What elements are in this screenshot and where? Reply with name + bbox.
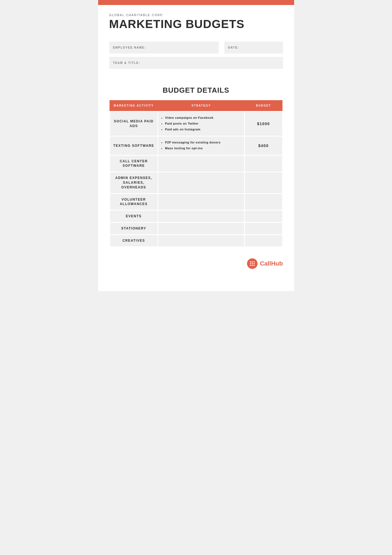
form-row-1: EMPLOYEE NAME: DATE: bbox=[109, 42, 283, 54]
svg-rect-3 bbox=[250, 263, 251, 264]
svg-rect-0 bbox=[250, 261, 251, 262]
activity-cell: Events bbox=[110, 210, 158, 223]
activity-cell: Social media paid ads bbox=[110, 112, 158, 136]
date-label: DATE: bbox=[228, 46, 239, 49]
table-header-row: MARKETING ACTIVITY STRATEGY BUDGET bbox=[110, 100, 282, 112]
budget-details-section: BUDGET DETAILS MARKETING ACTIVITY STRATE… bbox=[98, 78, 294, 250]
callhub-logo: CallHub bbox=[247, 258, 283, 269]
table-row: Volunteer allowances bbox=[110, 193, 282, 210]
callhub-icon bbox=[247, 258, 258, 269]
svg-rect-8 bbox=[254, 265, 255, 266]
budget-cell: $1000 bbox=[245, 112, 282, 136]
table-row: Call center software bbox=[110, 155, 282, 172]
budget-cell bbox=[245, 234, 282, 247]
strategy-cell bbox=[158, 172, 245, 193]
header-section: GLOBAL CHARITABLE CORP. MARKETING BUDGET… bbox=[98, 5, 294, 36]
employee-name-label: EMPLOYEE NAME: bbox=[113, 46, 146, 49]
svg-rect-7 bbox=[252, 265, 253, 266]
strategy-cell: P2P messaging for existing donorsMass te… bbox=[158, 136, 245, 155]
employee-name-field[interactable]: EMPLOYEE NAME: bbox=[109, 42, 219, 54]
svg-rect-1 bbox=[252, 261, 253, 262]
table-row: Stationery bbox=[110, 223, 282, 235]
activity-cell: Admin expenses, salaries, overheads bbox=[110, 172, 158, 193]
page: GLOBAL CHARITABLE CORP. MARKETING BUDGET… bbox=[98, 0, 294, 291]
svg-rect-5 bbox=[254, 263, 255, 264]
table-row: Social media paid adsVideo campaigns on … bbox=[110, 112, 282, 136]
budget-cell bbox=[245, 193, 282, 210]
header-activity: MARKETING ACTIVITY bbox=[110, 100, 158, 112]
strategy-cell bbox=[158, 155, 245, 172]
callhub-logo-icon bbox=[249, 261, 255, 267]
table-row: Events bbox=[110, 210, 282, 223]
budget-cell bbox=[245, 223, 282, 235]
strategy-item: P2P messaging for existing donors bbox=[165, 140, 241, 145]
svg-rect-6 bbox=[250, 265, 251, 266]
top-bar bbox=[98, 0, 294, 5]
table-row: Admin expenses, salaries, overheads bbox=[110, 172, 282, 193]
strategy-cell bbox=[158, 210, 245, 223]
form-row-2: TEAM & TITLE: bbox=[109, 57, 283, 69]
header-strategy: STRATEGY bbox=[158, 100, 245, 112]
team-title-field[interactable]: TEAM & TITLE: bbox=[109, 57, 283, 69]
activity-cell: Call center software bbox=[110, 155, 158, 172]
budget-cell bbox=[245, 210, 282, 223]
header-budget: BUDGET bbox=[245, 100, 282, 112]
budget-table: MARKETING ACTIVITY STRATEGY BUDGET Socia… bbox=[109, 100, 283, 247]
team-title-label: TEAM & TITLE: bbox=[113, 61, 140, 64]
strategy-item: Mass texting for opt-ins bbox=[165, 146, 241, 151]
callhub-text: CallHub bbox=[260, 260, 283, 267]
company-name: GLOBAL CHARITABLE CORP. bbox=[109, 13, 283, 17]
callhub-text-hub: Hub bbox=[271, 260, 283, 267]
activity-cell: Volunteer allowances bbox=[110, 193, 158, 210]
activity-cell: Stationery bbox=[110, 223, 158, 235]
callhub-text-call: Call bbox=[260, 260, 271, 267]
strategy-item: Paid ads on Instagram bbox=[165, 127, 241, 132]
activity-cell: Creatives bbox=[110, 234, 158, 247]
table-row: Creatives bbox=[110, 234, 282, 247]
budget-cell: $400 bbox=[245, 136, 282, 155]
activity-cell: Texting software bbox=[110, 136, 158, 155]
strategy-cell bbox=[158, 223, 245, 235]
strategy-item: Paid posts on Twitter bbox=[165, 121, 241, 126]
main-title: MARKETING BUDGETS bbox=[109, 18, 283, 31]
svg-rect-4 bbox=[252, 263, 253, 264]
strategy-cell bbox=[158, 234, 245, 247]
section-title: BUDGET DETAILS bbox=[109, 86, 283, 95]
date-field[interactable]: DATE: bbox=[224, 42, 283, 54]
footer: CallHub bbox=[98, 253, 294, 274]
budget-cell bbox=[245, 155, 282, 172]
strategy-cell bbox=[158, 193, 245, 210]
budget-cell bbox=[245, 172, 282, 193]
table-row: Texting softwareP2P messaging for existi… bbox=[110, 136, 282, 155]
svg-rect-2 bbox=[254, 261, 255, 262]
strategy-item: Video campaigns on Facebook bbox=[165, 115, 241, 120]
form-section: EMPLOYEE NAME: DATE: TEAM & TITLE: bbox=[98, 36, 294, 78]
strategy-cell: Video campaigns on FacebookPaid posts on… bbox=[158, 112, 245, 136]
